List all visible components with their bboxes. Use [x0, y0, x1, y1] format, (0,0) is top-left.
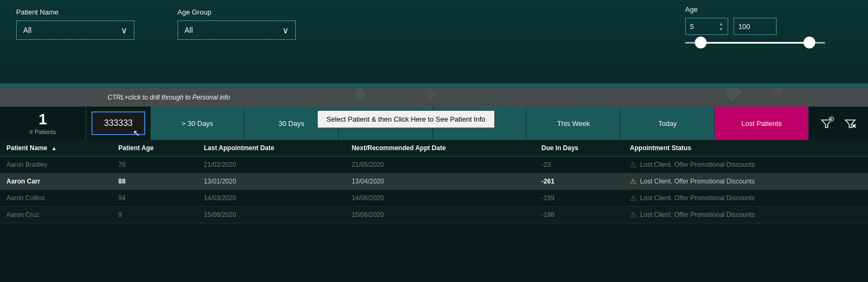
- table-row[interactable]: Aaron Collins9414/03/202014/06/2020-199⚠…: [0, 190, 868, 207]
- filter-clear-button[interactable]: [841, 114, 860, 133]
- col-patient-age: Patient Age: [112, 140, 197, 157]
- age-label: Age: [685, 5, 825, 13]
- col-due-days: Due In Days: [535, 140, 623, 157]
- table-row[interactable]: Aaron Carr8813/01/202013/04/2020-261⚠Los…: [0, 173, 868, 190]
- age-max-slider-thumb[interactable]: [803, 37, 815, 48]
- age-slider-track[interactable]: [685, 42, 825, 44]
- age-min-spinner-icon: ▲▼: [719, 22, 723, 32]
- tab-thisweek[interactable]: This Week: [527, 107, 621, 140]
- cell-due-days: -199: [535, 190, 623, 207]
- status-text: Lost Client. Offer Promotional Discounts: [640, 161, 755, 168]
- cell-patient-age: 94: [112, 190, 197, 207]
- table-row[interactable]: Aaron Bradley7821/02/202021/05/2020-23⚠L…: [0, 157, 868, 173]
- col-next-appt: Next/Recommended Appt Date: [345, 140, 535, 157]
- cell-next-appt: 13/04/2020: [345, 173, 535, 190]
- data-table-area: Patient Name ▲ Patient Age Last Appointm…: [0, 140, 868, 223]
- age-max-input[interactable]: 100: [734, 18, 777, 35]
- table-body: Aaron Bradley7821/02/202021/05/2020-23⚠L…: [0, 157, 868, 223]
- cell-due-days: -261: [535, 173, 623, 190]
- tab-today[interactable]: Today: [621, 107, 715, 140]
- age-group-chevron-icon: ∨: [282, 25, 289, 36]
- cell-appt-status: ⚠Lost Client. Offer Promotional Discount…: [623, 173, 868, 190]
- value-box[interactable]: 333333 ↖: [91, 111, 145, 135]
- table-header-row: Patient Name ▲ Patient Age Last Appointm…: [0, 140, 868, 157]
- cell-due-days: -23: [535, 157, 623, 173]
- patient-name-label: Patient Name: [16, 8, 134, 16]
- cell-last-appt: 13/01/2020: [197, 173, 345, 190]
- drill-through-tooltip-text: CTRL+click to drill through to Personal …: [108, 94, 230, 101]
- age-range-section: Age 5 ▲▼ 100: [685, 5, 825, 44]
- cell-appt-status: ⚠Lost Client. Offer Promotional Discount…: [623, 157, 868, 173]
- age-group-filter-group: Age Group All ∨: [177, 8, 296, 40]
- age-inputs-row: 5 ▲▼ 100: [685, 18, 825, 35]
- age-max-value: 100: [738, 23, 750, 31]
- cell-appt-status: ⚠Lost Client. Offer Promotional Discount…: [623, 207, 868, 223]
- warning-icon: ⚠: [630, 177, 637, 186]
- cell-patient-age: 78: [112, 157, 197, 173]
- cell-patient-name: Aaron Carr: [0, 173, 112, 190]
- top-filter-bar: Patient Name All ∨ Age Group All ∨ Age 5…: [0, 0, 868, 83]
- gear-overlay-icon: ⚙: [828, 115, 835, 123]
- cell-appt-status: ⚠Lost Client. Offer Promotional Discount…: [623, 190, 868, 207]
- warning-icon: ⚠: [630, 210, 637, 219]
- cell-patient-age: 88: [112, 173, 197, 190]
- warning-icon: ⚠: [630, 194, 637, 202]
- filter-action-icons: ⚙: [809, 107, 868, 140]
- cell-patient-name: Aaron Cruz: [0, 207, 112, 223]
- cell-patient-age: 9: [112, 207, 197, 223]
- drill-through-tooltip-bar: CTRL+click to drill through to Personal …: [0, 88, 868, 107]
- sort-arrow-name: ▲: [51, 145, 56, 151]
- tab-lostpatients-label: Lost Patients: [742, 119, 782, 128]
- col-patient-name[interactable]: Patient Name ▲: [0, 140, 112, 157]
- patient-info-tooltip[interactable]: Select Patient & then Click Here to See …: [317, 110, 495, 128]
- cell-next-appt: 14/06/2020: [345, 190, 535, 207]
- status-text: Lost Client. Offer Promotional Discounts: [640, 178, 755, 185]
- tab-30days-label: 30 Days: [279, 119, 304, 128]
- cell-last-appt: 15/06/2020: [197, 207, 345, 223]
- kpi-patients-value: 1: [39, 112, 47, 127]
- value-box-text: 333333: [104, 118, 132, 128]
- table-row[interactable]: Aaron Cruz915/06/202015/06/2020-198⚠Lost…: [0, 207, 868, 223]
- value-box-container: 333333 ↖: [86, 107, 151, 140]
- col-last-appt: Last Appointment Date: [197, 140, 345, 157]
- section-divider: [0, 83, 868, 88]
- tab-lostpatients[interactable]: Lost Patients: [715, 107, 809, 140]
- cell-patient-name: Aaron Bradley: [0, 157, 112, 173]
- filter-clear-icon: [844, 117, 857, 130]
- filter-settings-button[interactable]: ⚙: [817, 114, 836, 133]
- patient-name-filter-group: Patient Name All ∨: [16, 8, 134, 40]
- patient-info-tooltip-text: Select Patient & then Click Here to See …: [326, 115, 486, 123]
- tab-gt30days-label: > 30 Days: [181, 119, 213, 128]
- age-min-slider-thumb[interactable]: [695, 37, 707, 48]
- patients-table: Patient Name ▲ Patient Age Last Appointm…: [0, 140, 868, 223]
- cell-next-appt: 15/06/2020: [345, 207, 535, 223]
- cell-next-appt: 21/05/2020: [345, 157, 535, 173]
- age-group-value: All: [184, 26, 193, 34]
- patient-name-chevron-icon: ∨: [121, 25, 127, 36]
- status-text: Lost Client. Offer Promotional Discounts: [640, 211, 755, 218]
- patient-name-select[interactable]: All ∨: [16, 20, 134, 40]
- age-min-input[interactable]: 5 ▲▼: [685, 18, 728, 35]
- tab-today-label: Today: [658, 119, 677, 128]
- kpi-patients-label: # Patients: [30, 129, 56, 135]
- tab-thisweek-label: This Week: [557, 119, 590, 128]
- age-group-label: Age Group: [177, 8, 296, 16]
- cell-last-appt: 14/03/2020: [197, 190, 345, 207]
- col-appt-status: Appointment Status: [623, 140, 868, 157]
- age-group-select[interactable]: All ∨: [177, 20, 296, 40]
- table-header: Patient Name ▲ Patient Age Last Appointm…: [0, 140, 868, 157]
- age-min-value: 5: [690, 23, 694, 31]
- main-area: 1 # Patients 333333 ↖ > 30 Days 30 Days …: [0, 107, 868, 282]
- status-text: Lost Client. Offer Promotional Discounts: [640, 194, 755, 202]
- cell-last-appt: 21/02/2020: [197, 157, 345, 173]
- patient-name-value: All: [23, 26, 32, 34]
- cell-due-days: -198: [535, 207, 623, 223]
- cursor-icon: ↖: [133, 128, 140, 138]
- slider-rail: [685, 42, 825, 44]
- warning-icon: ⚠: [630, 160, 637, 169]
- tab-gt30days[interactable]: > 30 Days: [151, 107, 245, 140]
- cell-patient-name: Aaron Collins: [0, 190, 112, 207]
- kpi-patients-box: 1 # Patients: [0, 107, 86, 140]
